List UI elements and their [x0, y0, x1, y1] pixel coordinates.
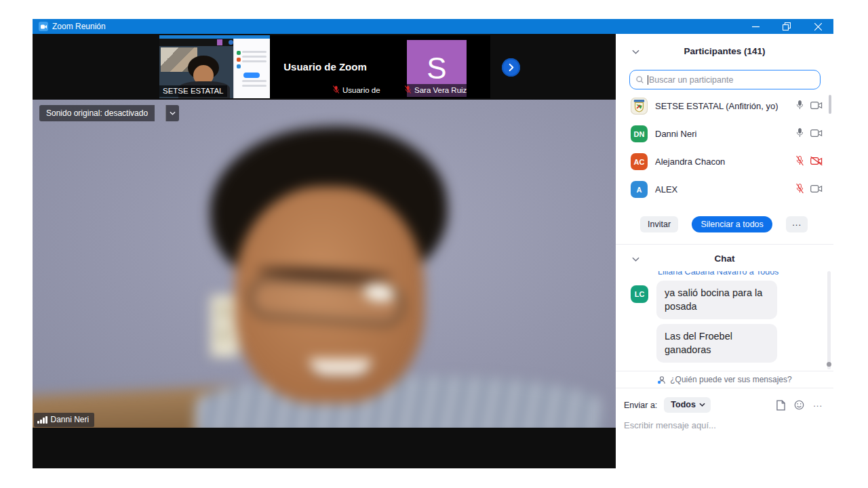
- avatar: A: [631, 181, 648, 198]
- chat-message-bubble: ya salió bocina para la posada: [656, 281, 777, 319]
- speaker-name-tag: Danni Neri: [34, 413, 94, 427]
- tile-name-label: Sara Vera Ruiz: [401, 84, 471, 97]
- participant-row[interactable]: AC Alejandra Chacon: [616, 148, 833, 176]
- chat-title: Chat: [616, 253, 833, 264]
- camera-on-icon[interactable]: [810, 184, 823, 196]
- camera-on-icon[interactable]: [810, 128, 823, 140]
- participant-row[interactable]: A ALEX: [616, 176, 833, 203]
- letterbox-bar: [33, 428, 616, 468]
- participants-actions: Invitar Silenciar a todos ...: [640, 216, 808, 232]
- collapse-chat-icon[interactable]: [632, 252, 639, 264]
- participant-name: Danni Neri: [655, 129, 795, 139]
- participant-row[interactable]: SETSE ESTATAL (Anfitrión, yo): [616, 92, 833, 120]
- participant-search[interactable]: [629, 70, 821, 89]
- participants-more-button[interactable]: ...: [786, 216, 808, 232]
- camera-muted-icon[interactable]: [810, 156, 823, 168]
- participant-row[interactable]: DN Danni Neri: [616, 120, 833, 148]
- video-stage: SETSE ESTATAL Usuario de Zoom Usuario de…: [33, 34, 616, 468]
- chat-send-row: Enviar a: Todos ...: [624, 397, 823, 413]
- avatar: AC: [631, 153, 648, 170]
- invite-button[interactable]: Invitar: [640, 216, 678, 232]
- video-filmstrip: SETSE ESTATAL Usuario de Zoom Usuario de…: [33, 34, 616, 100]
- chat-header: Chat: [616, 249, 833, 268]
- mute-all-button[interactable]: Silenciar a todos: [692, 216, 772, 232]
- zoom-app-icon: [39, 22, 48, 31]
- avatar: DN: [631, 125, 648, 142]
- participants-title: Participantes (141): [616, 46, 833, 56]
- send-to-dropdown[interactable]: Todos: [664, 397, 711, 413]
- window-title: Zoom Reunión: [52, 22, 106, 31]
- message-privacy-note[interactable]: ¿Quién puede ver sus mensajes?: [616, 371, 833, 388]
- section-divider: [616, 244, 833, 245]
- video-tile-usuario[interactable]: Usuario de Zoom Usuario de Zoom: [270, 35, 380, 98]
- video-tile-sara[interactable]: S Sara Vera Ruiz: [380, 35, 490, 98]
- chat-messages: Liliana Cabaña Navarro a Todos LC ya sal…: [616, 271, 833, 371]
- camera-on-icon[interactable]: [810, 100, 823, 113]
- zoom-meeting-window: Zoom Reunión: [33, 19, 833, 468]
- close-button[interactable]: [802, 19, 833, 34]
- participant-name: SETSE ESTATAL (Anfitrión, yo): [655, 101, 795, 111]
- participants-scrollbar[interactable]: [829, 95, 831, 114]
- muted-mic-icon: [332, 85, 340, 95]
- original-sound-dropdown[interactable]: [165, 105, 179, 121]
- chat-avatar: LC: [631, 285, 648, 303]
- chevron-down-icon: [699, 403, 705, 407]
- next-videos-button[interactable]: [502, 58, 520, 77]
- mic-muted-icon[interactable]: [795, 183, 804, 197]
- text-cursor: [648, 75, 648, 85]
- signal-bars-icon: [37, 416, 47, 424]
- chat-scrollbar-thumb[interactable]: [827, 362, 831, 367]
- participant-name: Alejandra Chacon: [655, 157, 795, 167]
- chat-more-button[interactable]: ...: [813, 399, 823, 409]
- participants-header: Participantes (141): [616, 41, 833, 60]
- collapse-participants-icon[interactable]: [632, 45, 639, 57]
- avatar: [631, 98, 648, 115]
- muted-mic-icon: [404, 85, 412, 95]
- mic-muted-icon[interactable]: [795, 155, 804, 169]
- chat-message-bubble: Las del Froebel ganadoras: [656, 324, 777, 363]
- tile-name-label: Usuario de Zoom: [329, 84, 380, 97]
- video-tile-setse[interactable]: SETSE ESTATAL: [159, 35, 270, 98]
- speaker-video-frame: [33, 100, 616, 428]
- attach-file-icon[interactable]: [776, 400, 785, 411]
- original-sound-toggle[interactable]: Sonido original: desactivado: [39, 105, 155, 121]
- chat-input[interactable]: Escribir mensaje aquí...: [624, 420, 823, 430]
- side-panel: Participantes (141) SETSE ESTATAL (Anfit…: [616, 34, 833, 468]
- search-icon: [635, 75, 644, 84]
- active-speaker-video: Sonido original: desactivado Danni Neri: [33, 100, 616, 428]
- emoji-icon[interactable]: [794, 400, 804, 410]
- minimize-button[interactable]: [740, 19, 771, 34]
- mic-on-icon[interactable]: [795, 100, 804, 113]
- chat-scrollbar[interactable]: [827, 271, 831, 369]
- search-input[interactable]: [649, 75, 814, 85]
- chat-sender-line: Liliana Cabaña Navarro a Todos: [658, 271, 833, 278]
- restore-button[interactable]: [771, 19, 802, 34]
- title-bar: Zoom Reunión: [33, 19, 833, 34]
- privacy-person-icon: [657, 375, 667, 384]
- send-to-label: Enviar a:: [624, 401, 657, 410]
- participant-name: ALEX: [655, 184, 795, 195]
- participants-list: SETSE ESTATAL (Anfitrión, yo) DN Danni N…: [616, 92, 833, 203]
- mic-on-icon[interactable]: [795, 127, 804, 141]
- tile-name-label: SETSE ESTATAL: [159, 85, 227, 97]
